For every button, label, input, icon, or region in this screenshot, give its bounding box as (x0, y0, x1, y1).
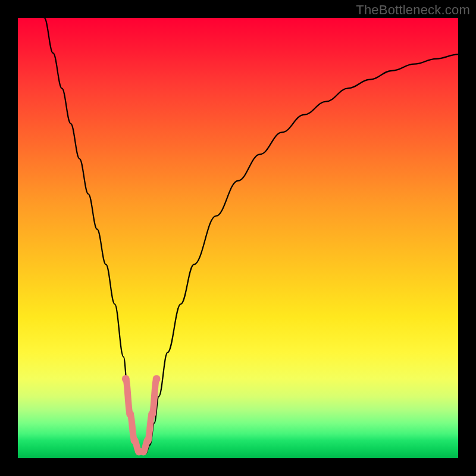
trough-marker-dot (126, 411, 134, 418)
trough-marker-dot (139, 447, 147, 455)
trough-marker-dot (148, 411, 156, 418)
plot-area (18, 18, 458, 458)
trough-marker-dot (153, 375, 161, 383)
bottleneck-curve (44, 18, 458, 454)
trough-marker-dot (122, 375, 130, 383)
bottleneck-curve-path (44, 18, 458, 454)
trough-marker-dot (144, 437, 152, 444)
watermark-text: TheBottleneck.com (356, 2, 470, 18)
chart-svg (18, 18, 458, 458)
trough-marker (122, 375, 161, 455)
trough-marker-dot (131, 437, 139, 444)
chart-stage: TheBottleneck.com (0, 0, 476, 476)
